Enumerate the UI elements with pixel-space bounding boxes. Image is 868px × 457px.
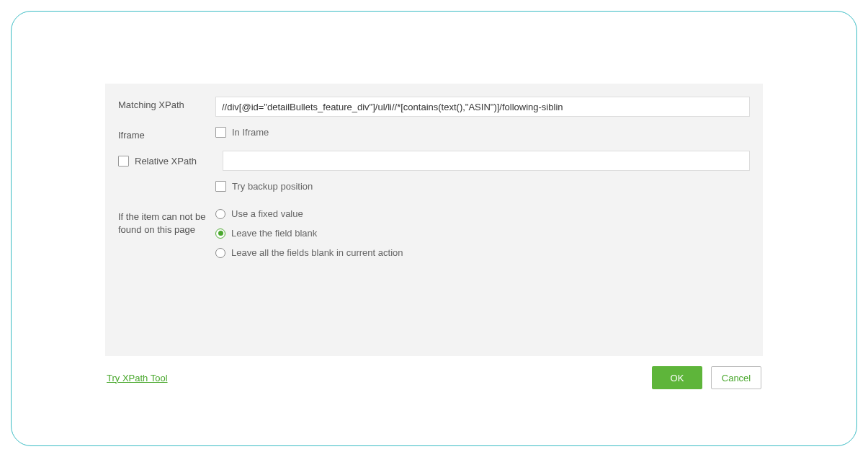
try-backup-checkbox-wrap[interactable]: Try backup position <box>215 181 750 192</box>
backup-row: Try backup position <box>118 181 750 192</box>
radio-use-fixed-value-label: Use a fixed value <box>231 208 303 219</box>
radio-leave-field-blank-label: Leave the field blank <box>231 228 317 239</box>
relative-xpath-input[interactable] <box>223 151 750 171</box>
matching-xpath-input[interactable] <box>215 97 750 117</box>
not-found-label: If the item can not be found on this pag… <box>118 208 215 236</box>
iframe-label: Iframe <box>118 127 215 141</box>
not-found-row: If the item can not be found on this pag… <box>118 208 750 267</box>
radio-leave-all-blank[interactable]: Leave all the fields blank in current ac… <box>215 247 750 258</box>
radio-use-fixed-value[interactable]: Use a fixed value <box>215 208 750 219</box>
radio-leave-all-blank-label: Leave all the fields blank in current ac… <box>231 247 403 258</box>
try-backup-checkbox[interactable] <box>215 181 226 192</box>
relative-xpath-input-wrap <box>223 151 750 171</box>
outer-frame: Matching XPath Iframe In Iframe <box>11 11 857 446</box>
form-panel: Matching XPath Iframe In Iframe <box>105 84 763 356</box>
iframe-control: In Iframe <box>215 127 750 138</box>
relative-xpath-checkbox[interactable] <box>118 156 129 167</box>
radio-leave-field-blank[interactable]: Leave the field blank <box>215 228 750 239</box>
in-iframe-checkbox-label: In Iframe <box>232 127 269 138</box>
not-found-options: Use a fixed value Leave the field blank … <box>215 208 750 267</box>
in-iframe-checkbox-wrap[interactable]: In Iframe <box>215 127 750 138</box>
relative-xpath-checkbox-wrap[interactable]: Relative XPath <box>118 156 215 167</box>
iframe-row: Iframe In Iframe <box>118 127 750 141</box>
radio-leave-field-blank-input[interactable] <box>215 228 225 239</box>
try-xpath-tool-link[interactable]: Try XPath Tool <box>107 373 168 383</box>
footer-bar: Try XPath Tool OK Cancel <box>105 356 763 399</box>
ok-button[interactable]: OK <box>652 366 702 389</box>
matching-xpath-control <box>215 97 750 117</box>
not-found-label-line2: found on this page <box>118 224 195 235</box>
try-backup-checkbox-label: Try backup position <box>232 181 313 192</box>
dialog-content: Matching XPath Iframe In Iframe <box>105 84 763 399</box>
relative-xpath-checkbox-label: Relative XPath <box>135 156 197 167</box>
cancel-button[interactable]: Cancel <box>711 366 761 389</box>
radio-leave-all-blank-input[interactable] <box>215 248 225 258</box>
button-group: OK Cancel <box>652 366 761 389</box>
relative-xpath-row: Relative XPath <box>118 151 750 171</box>
matching-xpath-row: Matching XPath <box>118 97 750 117</box>
in-iframe-checkbox[interactable] <box>215 127 226 138</box>
matching-xpath-label: Matching XPath <box>118 97 215 110</box>
radio-use-fixed-value-input[interactable] <box>215 209 225 219</box>
not-found-label-line1: If the item can not be <box>118 211 205 222</box>
